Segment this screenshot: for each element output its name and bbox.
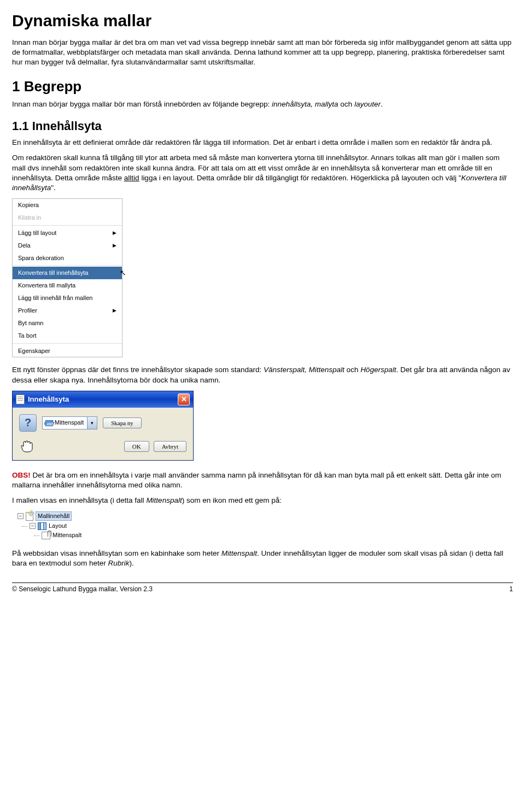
menu-item-convert-template[interactable]: Konvertera till mallyta	[13, 279, 122, 292]
select-value: Mittenspalt	[55, 419, 87, 427]
context-menu: Kopiera Klistra in Lägg till layout▶ Del…	[12, 198, 122, 357]
text: och	[345, 366, 360, 374]
menu-label: Konvertera till mallyta	[18, 281, 75, 290]
text: ligga i en layout. Detta område blir då …	[139, 174, 462, 182]
paragraph: OBS! Det är bra om en innehållsyta i var…	[12, 470, 513, 490]
menu-item-add-layout[interactable]: Lägg till layout▶	[13, 227, 122, 239]
menu-item-add-content[interactable]: Lägg till innehåll från mallen	[13, 292, 122, 304]
create-new-button[interactable]: Skapa ny	[103, 417, 142, 428]
paragraph: På webbsidan visas innehållsytan som en …	[12, 549, 513, 568]
content-area-select[interactable]: Mittenspalt ▾	[42, 416, 97, 429]
menu-item-split[interactable]: Dela▶	[13, 239, 122, 252]
menu-label: Byt namn	[18, 319, 43, 327]
page-footer: © Senselogic Lathund Bygga mallar, Versi…	[12, 582, 513, 593]
text: I mallen visas en innehållsyta (i detta …	[12, 496, 146, 504]
emphasized-text: Mittenspalt	[221, 549, 257, 557]
expander-icon[interactable]: −	[18, 513, 24, 519]
expander-icon[interactable]: −	[30, 523, 36, 529]
document-icon	[16, 395, 25, 404]
text: Innan man börjar bygga mallar bör man fö…	[12, 100, 272, 108]
dropdown-arrow-icon[interactable]: ▾	[87, 417, 97, 429]
text: På webbsidan visas innehållsytan som en …	[12, 549, 221, 557]
tree-layout-node[interactable]: − Layout	[30, 521, 513, 531]
close-button[interactable]: ✕	[178, 393, 190, 405]
emphasized-text: Mittenspalt	[146, 496, 182, 504]
template-page-icon	[26, 512, 33, 521]
menu-label: Konvertera till innehållsyta	[18, 269, 88, 277]
menu-separator	[13, 225, 122, 226]
menu-label: Kopiera	[18, 201, 39, 209]
menu-label: Lägg till innehåll från mallen	[18, 294, 92, 302]
section-1-1-heading: 1.1 Innehållsyta	[12, 118, 513, 134]
paragraph: Om redaktören skall kunna få tillgång ti…	[12, 153, 513, 193]
text: Ett nytt fönster öppnas där det finns tr…	[12, 366, 264, 374]
menu-item-properties[interactable]: Egenskaper	[13, 345, 122, 357]
menu-label: Lägg till layout	[18, 229, 56, 237]
cursor-icon: ↖	[120, 268, 126, 278]
intro-paragraph: Innan man börjar bygga mallar är det bra…	[12, 38, 513, 68]
paragraph: I mallen visas en innehållsyta (i detta …	[12, 496, 513, 505]
text: ).	[130, 559, 134, 567]
cancel-button[interactable]: Avbryt	[154, 441, 186, 452]
tree-node-label: Layout	[49, 522, 67, 530]
menu-item-convert-content[interactable]: Konvertera till innehållsyta ↖	[13, 267, 122, 279]
menu-label: Profiler	[18, 307, 37, 315]
help-icon[interactable]: ?	[19, 414, 37, 432]
tree-content-node[interactable]: Mittenspalt	[42, 531, 513, 540]
tree-node-label: Mallinnehåll	[36, 511, 72, 521]
menu-item-rename[interactable]: Byt namn	[13, 317, 122, 329]
menu-item-save-decoration[interactable]: Spara dekoration	[13, 252, 122, 264]
page-number: 1	[509, 585, 513, 593]
obs-label: OBS!	[12, 471, 31, 479]
hand-icon	[19, 439, 34, 454]
tree-node-label: Mittenspalt	[52, 531, 81, 539]
submenu-arrow-icon: ▶	[113, 307, 116, 314]
text: Det är bra om en innehållsyta i varje ma…	[12, 471, 501, 489]
page-title: Dynamiska mallar	[12, 10, 513, 32]
menu-item-profiles[interactable]: Profiler▶	[13, 304, 122, 317]
layout-icon	[38, 522, 46, 530]
text: ".	[51, 184, 56, 192]
paragraph: Ett nytt fönster öppnas där det finns tr…	[12, 365, 513, 385]
tree-root-node[interactable]: − Mallinnehåll	[18, 511, 513, 521]
menu-label: Dela	[18, 242, 31, 250]
menu-label: Spara dekoration	[18, 254, 64, 262]
section-1-heading: 1 Begrepp	[12, 77, 513, 96]
text: .	[381, 100, 383, 108]
emphasized-text: Högerspalt	[360, 366, 396, 374]
emphasized-text: Rubrik	[108, 559, 130, 567]
menu-item-delete[interactable]: Ta bort	[13, 329, 122, 342]
tree-view: − Mallinnehåll − Layout Mittenspalt	[18, 511, 513, 540]
emphasized-text: layouter	[354, 100, 381, 108]
content-area-dialog: Innehållsyta ✕ ? Mittenspalt ▾ Skapa ny …	[12, 391, 194, 461]
ok-button[interactable]: OK	[124, 441, 149, 452]
menu-label: Egenskaper	[18, 347, 50, 355]
submenu-arrow-icon: ▶	[113, 242, 116, 249]
section-1-paragraph: Innan man börjar bygga mallar bör man fö…	[12, 99, 513, 109]
underlined-text: alltid	[124, 174, 139, 182]
menu-separator	[13, 265, 122, 266]
paragraph: En innehållsyta är ett definierat område…	[12, 138, 513, 148]
menu-item-copy[interactable]: Kopiera	[13, 199, 122, 211]
emphasized-text: innehållsyta, mallyta	[272, 100, 339, 108]
menu-item-paste: Klistra in	[13, 211, 122, 224]
paperclip-icon	[42, 532, 50, 539]
menu-label: Klistra in	[18, 214, 41, 222]
menu-label: Ta bort	[18, 332, 37, 340]
emphasized-text: Vänsterspalt, Mittenspalt	[264, 366, 345, 374]
submenu-arrow-icon: ▶	[113, 230, 116, 236]
footer-copyright: © Senselogic Lathund Bygga mallar, Versi…	[12, 585, 153, 593]
dialog-title: Innehållsyta	[28, 395, 69, 404]
layer-icon	[45, 420, 52, 426]
text: och	[339, 100, 354, 108]
dialog-titlebar: Innehållsyta ✕	[13, 391, 193, 408]
menu-separator	[13, 343, 122, 344]
text: ) som en ikon med ett gem på:	[182, 496, 282, 504]
